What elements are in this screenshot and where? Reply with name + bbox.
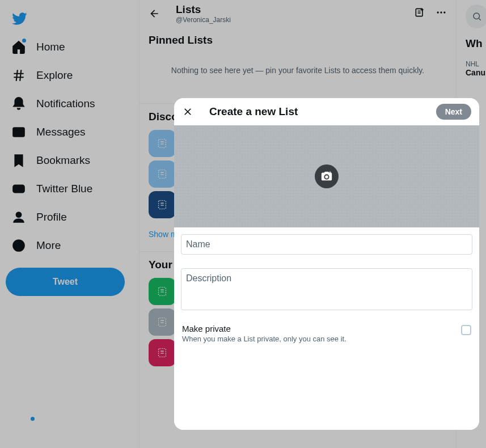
close-button[interactable] bbox=[182, 106, 193, 117]
make-private-label: Make private bbox=[182, 324, 346, 333]
banner-image-area bbox=[174, 125, 479, 227]
modal-overlay[interactable]: Create a new List Next Name Description … bbox=[0, 0, 486, 448]
make-private-help: When you make a List private, only you c… bbox=[182, 335, 346, 343]
modal-form: Name Description Make private When you m… bbox=[174, 227, 479, 350]
make-private-checkbox[interactable] bbox=[461, 325, 471, 335]
next-button[interactable]: Next bbox=[436, 104, 471, 120]
description-label: Description bbox=[186, 273, 467, 284]
make-private-row: Make private When you make a List privat… bbox=[181, 324, 472, 343]
create-list-modal: Create a new List Next Name Description … bbox=[174, 98, 479, 430]
name-field[interactable]: Name bbox=[181, 234, 472, 255]
description-field[interactable]: Description bbox=[181, 268, 472, 310]
name-label: Name bbox=[186, 239, 210, 250]
modal-title: Create a new List bbox=[209, 105, 436, 118]
modal-header: Create a new List Next bbox=[174, 98, 479, 125]
add-banner-photo-button[interactable] bbox=[315, 164, 339, 188]
